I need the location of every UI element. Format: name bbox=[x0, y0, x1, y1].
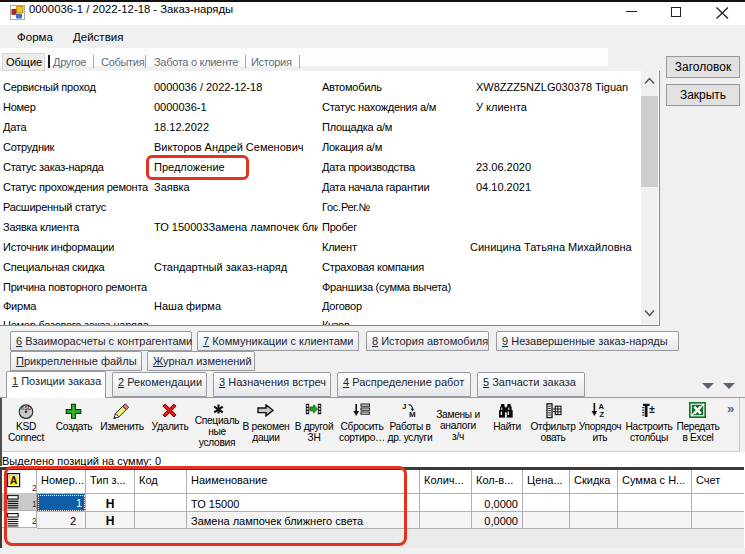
svg-text:J: J bbox=[402, 402, 406, 411]
svg-text:±: ± bbox=[649, 404, 655, 415]
svg-text:Z: Z bbox=[600, 410, 605, 418]
svg-text:KSD: KSD bbox=[21, 405, 32, 411]
